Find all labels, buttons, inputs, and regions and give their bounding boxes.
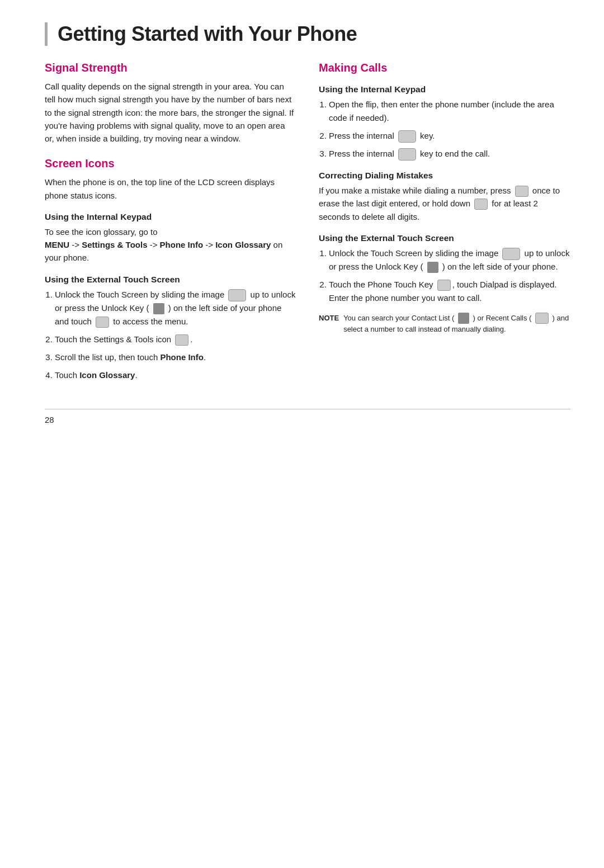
- external-touch-screen-subtitle-left: Using the External Touch Screen: [45, 275, 296, 285]
- right-column: Making Calls Using the Internal Keypad O…: [319, 62, 570, 386]
- slide-image-icon: [228, 289, 246, 301]
- list-item: Unlock the Touch Screen by sliding the i…: [55, 288, 296, 328]
- screen-icons-section: Screen Icons When the phone is on, the t…: [45, 157, 296, 381]
- external-touch-screen-list-left: Unlock the Touch Screen by sliding the i…: [55, 288, 296, 382]
- end-key-icon: [398, 148, 416, 161]
- unlock-key-icon-right: [427, 262, 438, 273]
- page-title: Getting Started with Your Phone: [58, 22, 570, 46]
- touch-icon: [96, 317, 109, 328]
- external-touch-screen-subtitle-right: Using the External Touch Screen: [319, 233, 570, 243]
- internal-keypad-list: Open the flip, then enter the phone numb…: [329, 98, 570, 161]
- text-to-see: To see the icon glossary, go to: [45, 227, 158, 237]
- signal-strength-title: Signal Strength: [45, 62, 296, 74]
- icon-glossary-instruction: To see the icon glossary, go to MENU -> …: [45, 225, 296, 265]
- page-number: 28: [45, 415, 570, 424]
- note-block: NOTE You can search your Contact List ( …: [319, 313, 570, 335]
- contact-list-icon: [458, 313, 469, 324]
- internal-keypad-subtitle-right: Using the Internal Keypad: [319, 84, 570, 95]
- list-item: Open the flip, then enter the phone numb…: [329, 98, 570, 125]
- list-item: Unlock the Touch Screen by sliding the i…: [329, 247, 570, 273]
- menu-path-text: MENU -> Settings & Tools -> Phone Info -…: [45, 240, 282, 262]
- correcting-dialing-body: If you make a mistake while dialing a nu…: [319, 184, 570, 223]
- note-text: You can search your Contact List ( ) or …: [343, 313, 570, 335]
- page-container: Getting Started with Your Phone Signal S…: [0, 0, 604, 458]
- screen-icons-body: When the phone is on, the top line of th…: [45, 176, 296, 202]
- recent-calls-icon: [535, 313, 549, 324]
- external-touch-screen-list-right: Unlock the Touch Screen by sliding the i…: [329, 247, 570, 305]
- unlock-key-icon: [153, 303, 164, 314]
- send-key-icon: [398, 130, 416, 143]
- list-item: Scroll the list up, then touch Phone Inf…: [55, 351, 296, 364]
- page-divider: [45, 409, 570, 409]
- phone-touch-key-icon: [437, 280, 451, 291]
- list-item: Press the internal key to end the call.: [329, 147, 570, 161]
- delete-key-icon: [474, 199, 488, 210]
- list-item: Touch the Settings & Tools icon .: [55, 333, 296, 346]
- internal-keypad-subtitle-left: Using the Internal Keypad: [45, 212, 296, 222]
- making-calls-title: Making Calls: [319, 62, 570, 74]
- erase-key-icon: [515, 186, 528, 197]
- note-label: NOTE: [319, 313, 339, 335]
- list-item: Press the internal key.: [329, 129, 570, 143]
- title-bar: Getting Started with Your Phone: [45, 22, 570, 46]
- two-column-layout: Signal Strength Call quality depends on …: [45, 62, 570, 386]
- list-item: Touch the Phone Touch Key , touch Dialpa…: [329, 278, 570, 305]
- slide-image-icon-right: [502, 248, 520, 260]
- making-calls-section: Making Calls Using the Internal Keypad O…: [319, 62, 570, 335]
- signal-strength-body: Call quality depends on the signal stren…: [45, 80, 296, 145]
- correcting-dialing-title: Correcting Dialing Mistakes: [319, 171, 570, 181]
- signal-strength-section: Signal Strength Call quality depends on …: [45, 62, 296, 145]
- settings-tools-icon: [175, 334, 188, 346]
- list-item: Touch Icon Glossary.: [55, 369, 296, 382]
- left-column: Signal Strength Call quality depends on …: [45, 62, 296, 386]
- screen-icons-title: Screen Icons: [45, 157, 296, 170]
